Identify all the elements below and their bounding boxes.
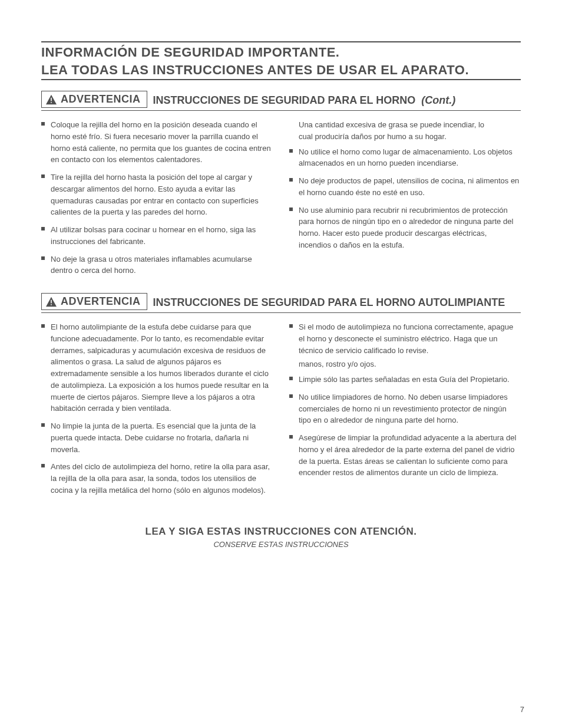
section2-right-col: Si el modo de autolimpieza no funciona c… [289, 321, 521, 502]
flow-line: Una cantidad excesiva de grasa se puede … [299, 120, 484, 129]
list-item: Si el modo de autolimpieza no funciona c… [289, 321, 521, 356]
svg-rect-2 [51, 299, 52, 303]
warning-label-1: ADVERTENCIA [61, 93, 141, 106]
section2-heading-row: ADVERTENCIA INSTRUCCIONES DE SEGURIDAD P… [41, 293, 521, 310]
warning-badge-1: ADVERTENCIA [41, 91, 147, 108]
section1-right-flow: Una cantidad excesiva de grasa se puede … [289, 119, 521, 143]
warning-label-2: ADVERTENCIA [61, 295, 141, 308]
title-underline [41, 79, 521, 80]
list-item: Limpie sólo las partes señaladas en esta… [289, 374, 521, 386]
section1-underline [41, 110, 521, 111]
list-item: Tire la rejilla del horno hasta la posic… [41, 172, 273, 218]
list-item: No deje la grasa u otros materiales infl… [41, 253, 273, 277]
svg-rect-0 [51, 97, 52, 101]
section2-left-col: El horno autolimpiante de la estufa debe… [41, 321, 273, 502]
svg-rect-3 [51, 304, 52, 305]
section1-heading-row: ADVERTENCIA INSTRUCCIONES DE SEGURIDAD P… [41, 91, 521, 108]
flow-line: cual produciría daños por humo a su hoga… [299, 132, 447, 141]
section1-heading-b: (Cont.) [421, 94, 455, 108]
list-item: No deje productos de papel, utensilios d… [289, 175, 521, 199]
list-item: No limpie la junta de la puerta. Es esen… [41, 420, 273, 455]
footer-sub: CONSERVE ESTAS INSTRUCCIONES [41, 540, 521, 549]
section2-right-flow: manos, rostro y/o ojos. [289, 358, 521, 370]
list-item: Coloque la rejilla del horno en la posic… [41, 119, 273, 166]
section1-left-list: Coloque la rejilla del horno en la posic… [41, 119, 273, 276]
svg-rect-1 [51, 102, 52, 103]
list-item: No use aluminio para recubrir ni recubri… [289, 205, 521, 251]
warning-triangle-icon [45, 94, 57, 105]
warning-badge-2: ADVERTENCIA [41, 293, 147, 310]
section2-right-list-2: Limpie sólo las partes señaladas en esta… [289, 374, 521, 479]
section2-heading-a: INSTRUCCIONES DE SEGURIDAD PARA EL HORNO… [153, 297, 505, 310]
section1-left-col: Coloque la rejilla del horno en la posic… [41, 119, 273, 282]
warning-triangle-icon [45, 297, 57, 307]
footer-main: LEA Y SIGA ESTAS INSTRUCCIONES CON ATENC… [41, 526, 521, 538]
page-subtitle: LEA TODAS LAS INSTRUCCIONES ANTES DE USA… [41, 62, 521, 78]
section1-heading-a: INSTRUCCIONES DE SEGURIDAD PARA EL HORNO [153, 94, 416, 108]
list-item: Asegúrese de limpiar la profundidad adya… [289, 432, 521, 479]
top-rule [41, 41, 521, 42]
section1-right-list: No utilice el horno como lugar de almace… [289, 146, 521, 251]
section1-columns: Coloque la rejilla del horno en la posic… [41, 119, 521, 282]
list-item: Antes del ciclo de autolimpieza del horn… [41, 461, 273, 496]
list-item: No utilice el horno como lugar de almace… [289, 146, 521, 170]
section1-right-col: Una cantidad excesiva de grasa se puede … [289, 119, 521, 282]
section2-underline [41, 312, 521, 313]
flow-line: manos, rostro y/o ojos. [299, 360, 376, 368]
list-item: El horno autolimpiante de la estufa debe… [41, 321, 273, 414]
page-number: 7 [520, 705, 524, 714]
page-main-title: INFORMACIÓN DE SEGURIDAD IMPORTANTE. [41, 45, 521, 60]
section2-right-list: Si el modo de autolimpieza no funciona c… [289, 321, 521, 356]
section2-left-list: El horno autolimpiante de la estufa debe… [41, 321, 273, 496]
section2-columns: El horno autolimpiante de la estufa debe… [41, 321, 521, 502]
list-item: No utilice limpiadores de horno. No debe… [289, 391, 521, 426]
list-item: Al utilizar bolsas para cocinar u hornea… [41, 224, 273, 248]
